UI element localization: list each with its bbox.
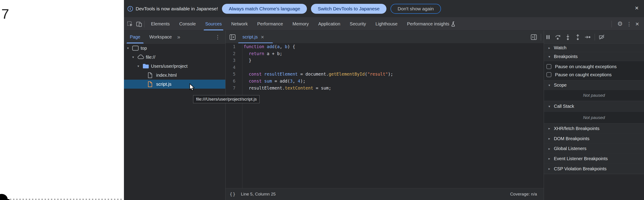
close-devtools-icon[interactable]: ×	[636, 21, 639, 27]
code-line-6[interactable]: const sum = add(3, 4);	[243, 78, 544, 85]
line-number[interactable]: 5	[226, 71, 242, 78]
tab-lighthouse[interactable]: Lighthouse	[371, 17, 402, 30]
step-over-icon[interactable]	[554, 34, 561, 40]
more-options-icon[interactable]: ⋮	[626, 21, 632, 27]
code-token	[244, 78, 249, 83]
code-token: (	[274, 44, 277, 49]
infobar-action-switch-devtools-to-japanese[interactable]: Switch DevTools to Japanese	[311, 4, 386, 14]
checkbox-label: Pause on caught exceptions	[555, 72, 612, 77]
sidebar-section-call-stack[interactable]: ▾Call Stack	[544, 101, 644, 112]
step-out-icon[interactable]	[574, 34, 581, 40]
deactivate-breakpoints-icon[interactable]	[598, 34, 605, 40]
close-file-tab-icon[interactable]: ×	[261, 34, 264, 40]
navigator-menu-icon[interactable]: ⋮	[215, 34, 220, 40]
tab-application[interactable]: Application	[314, 17, 345, 30]
tree-item-users-user-project[interactable]: ▾Users/user/project	[124, 62, 225, 71]
sidebar-section-label: Global Listeners	[554, 146, 586, 151]
code-token: 3	[290, 78, 292, 83]
tab-label: Elements	[151, 21, 170, 26]
not-paused-label: Not paused	[583, 93, 605, 98]
expand-caret-icon[interactable]: ▸	[548, 167, 554, 171]
code-token: resultElement	[264, 72, 298, 76]
tab-page[interactable]: Page	[127, 31, 144, 43]
expand-caret-icon[interactable]: ▾	[138, 64, 142, 68]
collapse-caret-icon[interactable]: ▾	[548, 83, 554, 87]
step-into-icon[interactable]	[564, 34, 571, 40]
tab-console[interactable]: Console	[174, 17, 200, 30]
code-line-5[interactable]: const resultElement = document.getElemen…	[243, 71, 544, 78]
tab-workspace[interactable]: Workspace	[146, 31, 175, 43]
code-line-1[interactable]: function add(a, b) {	[243, 43, 544, 50]
not-paused-label: Not paused	[583, 115, 605, 120]
code-line-4[interactable]	[243, 64, 544, 71]
code-editor[interactable]: 1234567 function add(a, b) { return a + …	[226, 43, 544, 188]
line-number[interactable]: 7	[226, 85, 242, 92]
checkbox-row-pause-on-uncaught-exceptions[interactable]: Pause on uncaught exceptions	[544, 62, 644, 71]
tab-security[interactable]: Security	[345, 17, 371, 30]
line-number[interactable]: 2	[226, 50, 242, 57]
infobar-close-icon[interactable]: ×	[635, 5, 638, 11]
line-number[interactable]: 3	[226, 57, 242, 64]
code-token: resultElement.	[244, 85, 285, 90]
open-file-tab[interactable]: script.js ×	[238, 31, 268, 43]
inspect-element-icon[interactable]	[127, 21, 134, 27]
collapse-caret-icon[interactable]: ▾	[548, 55, 554, 59]
code-token	[262, 78, 264, 83]
tab-network[interactable]: Network	[226, 17, 252, 30]
tab-memory[interactable]: Memory	[288, 17, 314, 30]
code-content[interactable]: function add(a, b) { return a + b; } con…	[243, 43, 544, 91]
tree-item-script-js[interactable]: script.js	[124, 80, 225, 89]
toolbar-separator	[612, 21, 612, 27]
line-number[interactable]: 1	[226, 43, 242, 50]
expand-caret-icon[interactable]: ▾	[127, 46, 132, 50]
debugger-toolbar	[530, 31, 644, 43]
line-number[interactable]: 6	[226, 78, 242, 85]
pause-script-icon[interactable]	[545, 34, 552, 40]
code-token: return	[249, 51, 264, 56]
tab-performance-insights[interactable]: Performance insights	[402, 17, 461, 30]
expand-caret-icon[interactable]: ▾	[132, 55, 137, 59]
sidebar-section-dom-breakpoints[interactable]: ▸DOM Breakpoints	[544, 134, 644, 144]
infobar-action-don-t-show-again[interactable]: Don't show again	[390, 4, 441, 14]
toolbar-separator	[144, 21, 144, 27]
sidebar-section-global-listeners[interactable]: ▸Global Listeners	[544, 144, 644, 154]
settings-gear-icon[interactable]: ⚙	[617, 21, 622, 27]
expand-caret-icon[interactable]: ▸	[548, 126, 554, 131]
checkbox-unchecked[interactable]	[546, 72, 552, 77]
tab-label: Console	[179, 21, 196, 26]
checkbox-row-pause-on-caught-exceptions[interactable]: Pause on caught exceptions	[544, 71, 644, 79]
tab-performance[interactable]: Performance	[252, 17, 288, 30]
line-number[interactable]: 4	[226, 64, 242, 71]
checkbox-unchecked[interactable]	[546, 64, 552, 69]
tree-item-label: script.js	[156, 82, 172, 87]
language-infobar: i DevTools is now available in Japanese!…	[124, 0, 644, 17]
sidebar-section-watch[interactable]: ▸Watch	[544, 44, 644, 52]
sidebar-section-csp-violation-breakpoints[interactable]: ▸CSP Violation Breakpoints	[544, 164, 644, 174]
tab-sources[interactable]: Sources	[200, 17, 226, 30]
sidebar-section-breakpoints[interactable]: ▾Breakpoints	[544, 52, 644, 61]
tab-elements[interactable]: Elements	[146, 17, 174, 30]
sidebar-section-scope[interactable]: ▾Scope	[544, 81, 644, 90]
infobar-action-always-match-chrome-s-language[interactable]: Always match Chrome's language	[222, 4, 307, 14]
sidebar-section-xhr-fetch-breakpoints[interactable]: ▸XHR/fetch Breakpoints	[544, 124, 644, 134]
sidebar-section-label: CSP Violation Breakpoints	[554, 166, 606, 172]
sidebar-section-event-listener-breakpoints[interactable]: ▸Event Listener Breakpoints	[544, 154, 644, 164]
tree-item-file-[interactable]: ▾file://	[124, 53, 225, 62]
toggle-navigator-pane-icon[interactable]	[229, 34, 236, 40]
tree-item-top[interactable]: ▾top	[124, 44, 225, 53]
tree-item-index-html[interactable]: index.html	[124, 71, 225, 80]
code-line-2[interactable]: return a + b;	[243, 50, 544, 57]
expand-caret-icon[interactable]: ▸	[548, 137, 554, 141]
code-line-7[interactable]: resultElement.textContent = sum;	[243, 85, 544, 92]
toggle-sidebar-pane-icon[interactable]	[530, 34, 537, 40]
step-icon[interactable]	[584, 34, 591, 40]
expand-caret-icon[interactable]: ▸	[548, 46, 554, 50]
sidebar-section-label: Event Listener Breakpoints	[554, 156, 608, 161]
expand-caret-icon[interactable]: ▸	[548, 147, 554, 151]
more-tabs-icon[interactable]: »	[177, 34, 180, 40]
code-token	[264, 44, 267, 49]
toggle-device-toolbar-icon[interactable]	[136, 21, 142, 27]
expand-caret-icon[interactable]: ▸	[548, 157, 554, 161]
collapse-caret-icon[interactable]: ▾	[548, 104, 554, 108]
code-line-3[interactable]: }	[243, 57, 544, 64]
